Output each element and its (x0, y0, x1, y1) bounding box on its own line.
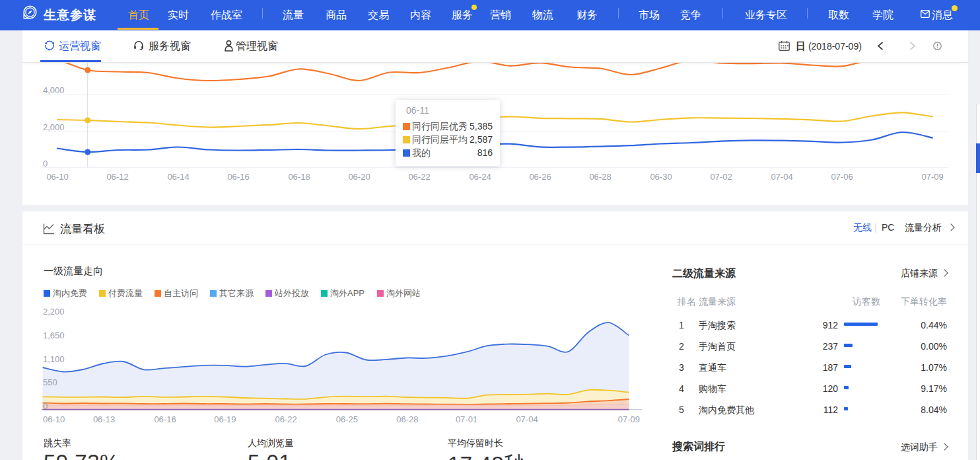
svg-text:06-22: 06-22 (275, 414, 297, 424)
svg-text:06-12: 06-12 (106, 172, 128, 182)
svg-text:06-28: 06-28 (589, 172, 611, 182)
svg-text:07-04: 07-04 (771, 172, 792, 182)
svg-text:07-02: 07-02 (710, 172, 732, 182)
svg-text:4,000: 4,000 (43, 85, 65, 95)
svg-text:07-04: 07-04 (516, 414, 538, 424)
svg-text:06-13: 06-13 (93, 414, 115, 424)
svg-text:1,650: 1,650 (43, 330, 65, 340)
svg-text:550: 550 (43, 377, 57, 387)
svg-text:06-28: 06-28 (396, 414, 418, 424)
svg-text:06-10: 06-10 (43, 414, 65, 424)
svg-text:07-06: 07-06 (831, 172, 853, 182)
svg-text:06-20: 06-20 (348, 172, 370, 182)
svg-text:0: 0 (43, 159, 48, 169)
svg-text:0: 0 (43, 401, 48, 411)
svg-text:06-25: 06-25 (336, 414, 358, 424)
svg-text:2,000: 2,000 (43, 122, 65, 132)
svg-text:1,100: 1,100 (43, 354, 65, 364)
svg-text:06-16: 06-16 (227, 172, 249, 182)
svg-text:06-18: 06-18 (288, 172, 310, 182)
svg-text:2,200: 2,200 (43, 307, 65, 317)
svg-text:07-09: 07-09 (921, 172, 943, 182)
svg-text:06-30: 06-30 (650, 172, 672, 182)
svg-text:07-01: 07-01 (456, 414, 477, 424)
svg-text:06-26: 06-26 (529, 172, 551, 182)
svg-text:06-14: 06-14 (167, 172, 189, 182)
svg-text:07-09: 07-09 (618, 414, 640, 424)
svg-text:06-22: 06-22 (408, 172, 430, 182)
svg-text:06-10: 06-10 (46, 172, 68, 182)
svg-text:06-19: 06-19 (214, 414, 236, 424)
svg-text:06-24: 06-24 (469, 172, 491, 182)
svg-text:06-16: 06-16 (154, 414, 176, 424)
